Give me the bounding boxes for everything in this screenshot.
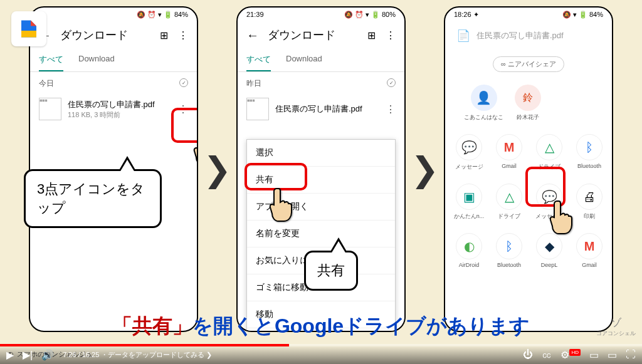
app-header: ← ダウンロード ⊞ ⋮ [238,21,404,49]
play-button[interactable]: ▶ [6,349,14,361]
tabs: すべて Download [238,49,404,72]
status-icons: 🔕 ⏰ ▾ 🔋 80% [344,11,396,19]
miniplayer-button[interactable]: ▭ [589,349,599,361]
drive-icon: △ [536,134,562,160]
arrow-right-icon: ❯ [411,150,439,189]
file-more-icon[interactable]: ⋮ [386,103,396,115]
section-label: 今日 ✓ [30,72,197,93]
contact-row: 👤 こあこんはなこ 鈴 鈴木花子 [445,78,612,128]
drive-icon: △ [496,184,522,210]
netprint-icon: ▣ [456,184,482,210]
tab-download[interactable]: Download [78,49,115,71]
share-netprint[interactable]: ▣かんたんn... [450,184,488,221]
pointer-hand-icon [191,130,198,167]
video-caption: 「共有」を開くとGoogleドライブがあります [0,313,642,340]
more-dots-icon[interactable]: ⋮ [178,29,188,41]
share-gmail[interactable]: MGmail [490,134,528,171]
messages-icon: 💬 [456,134,482,160]
tab-all[interactable]: すべて [39,49,63,71]
status-bar: 🔕 ⏰ ▾ 🔋 84% [30,8,197,21]
pointer-hand-icon [266,186,293,224]
back-arrow-icon[interactable]: ← [246,28,259,43]
print-icon: 🖨 [576,184,603,210]
gmail-icon: M [496,134,522,160]
status-icons: 🔕 ▾ 🔋 84% [562,11,603,19]
header-title: ダウンロード [60,28,151,43]
nearby-share-button[interactable]: ∞ ニアバイシェア [493,56,564,72]
callout-2: 共有 [304,251,358,291]
share-gmail-2[interactable]: MGmail [571,233,608,268]
grid-view-icon[interactable]: ⊞ [160,29,168,41]
share-messages[interactable]: 💬メッセージ [450,134,488,171]
file-thumbnail-icon: ≡≡≡ [39,98,61,120]
app-header: ← ダウンロード ⊞ ⋮ [30,21,197,49]
contact-avatar-icon: 鈴 [515,85,541,111]
tab-all[interactable]: すべて [246,49,271,71]
share-bluetooth-2[interactable]: ᛒBluetooth [490,233,528,268]
document-icon: 📄 [456,29,470,43]
bluetooth-icon: ᛒ [496,233,522,259]
time-display: 7:26 / 16:25 ・データをアップロードしてみる ❯ [63,350,212,360]
phone-screenshot-3: 18:26 ✦ 🔕 ▾ 🔋 84% 📄 住民票の写し申請書.pdf ∞ ニアバイ… [444,6,613,332]
status-bar: 18:26 ✦ 🔕 ▾ 🔋 84% [445,8,612,21]
share-filename: 住民票の写し申請書.pdf [476,30,564,41]
share-drive-2[interactable]: △ドライブ [490,184,528,221]
share-drive[interactable]: △ドライブ [530,134,568,171]
bluetooth-icon: ᛒ [576,134,603,160]
airdroid-icon: ◐ [456,233,482,259]
file-item[interactable]: ≡≡≡ 住民票の写し申請書.pdf ⋮ [238,93,404,125]
menu-rename[interactable]: 名前を変更 [247,221,395,247]
fullscreen-button[interactable]: ⛶ [626,349,636,360]
share-grid-3: ◐AirDroid ᛒBluetooth ◆DeepL MGmail [445,227,612,274]
settings-button[interactable]: ⚙HD [560,349,581,361]
status-time: 18:26 [454,11,471,18]
tab-download[interactable]: Download [286,49,322,71]
status-bar: 21:39 🔕 ⏰ ▾ 🔋 80% [238,8,404,21]
share-deepl[interactable]: ◆DeepL [530,233,568,268]
deepl-icon: ◆ [536,233,562,259]
callout-1: 3点アイコンをタップ [24,169,162,228]
file-meta: 118 KB, 3 時間前 [68,110,172,120]
arrow-right-icon: ❯ [203,150,231,189]
files-app-logo [11,11,46,46]
share-airdroid[interactable]: ◐AirDroid [450,233,488,268]
file-thumbnail-icon: ≡≡≡ [246,98,269,120]
file-name: 住民票の写し申請書.pdf [68,99,172,110]
gmail-icon: M [576,233,603,259]
header-title: ダウンロード [268,28,359,43]
contact-avatar-icon: 👤 [471,85,497,111]
autoplay-toggle[interactable]: ⏻ [523,349,533,360]
share-print[interactable]: 🖨印刷 [571,184,608,221]
grid-view-icon[interactable]: ⊞ [367,29,376,41]
youtube-controls: ▶ ▶| 🔊 7:26 / 16:25 ・データをアップロードしてみる ❯ ⏻ … [0,345,642,364]
contact-item[interactable]: 👤 こあこんはなこ [464,85,503,122]
section-label: 昨日 ✓ [238,72,404,93]
file-name: 住民票の写し申請書.pdf [275,103,379,115]
theater-button[interactable]: ▭ [608,349,617,361]
contact-item[interactable]: 鈴 鈴木花子 [515,85,541,122]
share-header: 📄 住民票の写し申請書.pdf [445,21,612,50]
tabs: すべて Download [30,49,197,72]
more-dots-icon[interactable]: ⋮ [386,29,396,41]
status-time: 21:39 [246,11,264,18]
volume-button[interactable]: 🔊 [41,349,54,361]
captions-button[interactable]: ㏄ [542,348,552,361]
share-bluetooth[interactable]: ᛒBluetooth [571,134,608,171]
status-icons: 🔕 ⏰ ▾ 🔋 84% [137,11,188,19]
select-all-icon[interactable]: ✓ [179,78,188,87]
next-button[interactable]: ▶| [23,349,33,361]
select-all-icon[interactable]: ✓ [387,78,396,87]
pointer-hand-icon [547,199,573,236]
